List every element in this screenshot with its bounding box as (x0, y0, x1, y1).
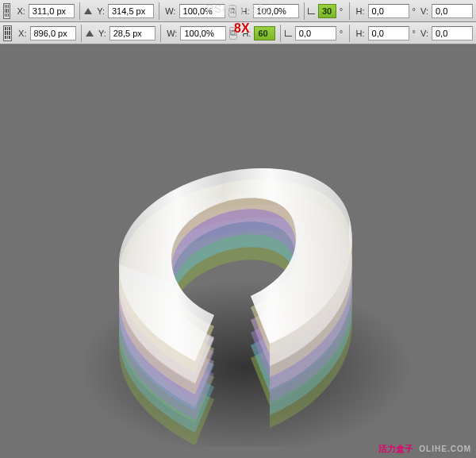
h-skew-input[interactable] (368, 26, 409, 40)
degree-label: ° (411, 29, 417, 38)
w-input[interactable] (180, 26, 226, 40)
v-label: V: (419, 29, 430, 38)
degree-label: ° (338, 29, 344, 38)
red-badge: 8X (234, 21, 250, 36)
watermark-cn: 活力盒子 (378, 444, 413, 453)
watermark-forum: PS教程论坛 (0, 2, 476, 17)
watermark-brand: 活力盒子 OLIHE.COM (378, 443, 471, 455)
canvas[interactable] (0, 46, 476, 458)
x-label: X: (17, 29, 28, 38)
angle-icon (286, 30, 292, 37)
h-scale-input[interactable]: 60 (254, 26, 275, 40)
w-label: W: (165, 29, 178, 38)
reference-point-icon[interactable] (3, 25, 12, 41)
y-input[interactable] (109, 26, 155, 40)
delta-icon (86, 30, 94, 37)
3d-glass-shape (63, 82, 413, 423)
x-input[interactable] (30, 26, 76, 40)
y-label: Y: (97, 29, 108, 38)
rotate-input[interactable] (295, 26, 336, 40)
watermark-en: OLIHE.COM (419, 445, 471, 453)
v-skew-input[interactable] (432, 26, 473, 40)
h2-label: H: (355, 29, 367, 38)
